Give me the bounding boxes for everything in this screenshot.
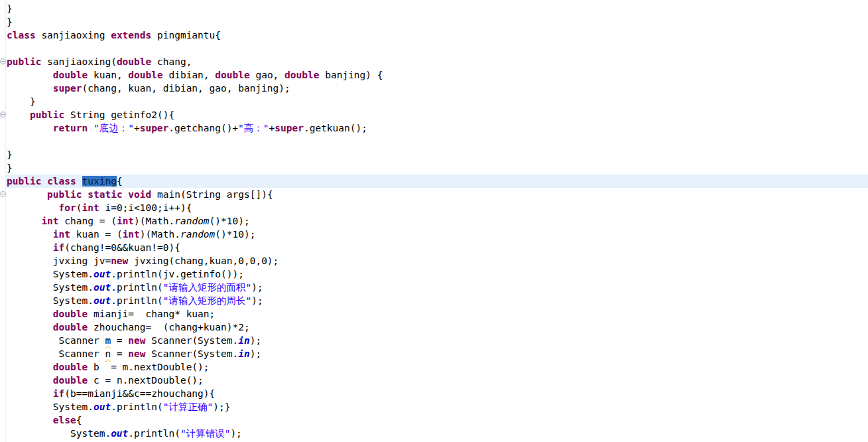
code-token: class [47,176,76,186]
selected-text: tuxing [82,176,117,186]
code-token: dibian, [163,70,216,80]
code-line[interactable]: double c = n.nextDouble(); [0,374,868,387]
code-token: random [180,229,215,240]
fold-collapse-icon[interactable] [0,58,6,64]
code-token: if [53,388,64,399]
code-token: double [53,309,88,319]
code-token: Scanner [7,348,105,359]
code-line[interactable]: double b = m.nextDouble(); [0,360,868,374]
code-token: else [53,415,76,425]
code-token [7,216,41,226]
code-line[interactable]: double kuan, double dibian, double gao, … [0,68,868,82]
code-line[interactable]: int kuan = (int)(Math.random()*10); [0,228,868,241]
code-token [7,242,53,253]
code-token: "计算错误" [180,428,230,439]
code-token: ()*10); [210,216,250,226]
code-line[interactable]: double mianji= chang* kuan; [0,307,868,321]
code-line[interactable] [0,135,868,148]
code-token: + [269,123,275,133]
code-token: "计算正确" [163,402,213,412]
code-token: double [53,70,88,80]
fold-collapse-icon[interactable] [0,191,6,197]
code-line[interactable]: Scanner m = new Scanner(System.in); [0,334,868,347]
code-token: ()*10); [215,229,255,240]
code-line[interactable]: class sanjiaoxing extends pingmiantu{ [0,29,868,42]
code-line[interactable] [0,42,868,55]
code-line[interactable]: return "底边："+super.getchang()+"高："+super… [0,121,868,135]
code-token: .println( [128,428,180,439]
code-line[interactable]: if(chang!=0&&kuan!=0){ [0,241,868,254]
code-token [7,202,59,213]
code-token [41,176,47,186]
code-token: { [76,415,82,425]
code-editor[interactable]: }}class sanjiaoxing extends pingmiantu{p… [0,0,868,442]
code-line[interactable]: } [0,2,868,15]
code-token [7,229,53,240]
code-token: kuan = ( [70,229,123,240]
code-token: ); [230,428,241,439]
fold-collapse-icon[interactable] [0,111,6,117]
code-token: "高：" [238,123,269,133]
code-token: out [93,282,111,293]
code-token: super [140,123,169,133]
code-token: mianji= chang* kuan; [88,309,215,319]
code-token: "请输入矩形的周长" [163,295,251,306]
code-token: { [117,176,123,186]
code-line[interactable]: if(b==mianji&&c==zhouchang){ [0,387,868,400]
code-token: out [93,402,111,412]
code-line[interactable]: } [0,95,868,108]
code-line[interactable]: System.out.println(jv.getinfo()); [0,267,868,281]
code-token: public [30,110,64,120]
code-token: double [284,70,319,80]
warning-underlined-token: m [105,335,111,346]
code-token: System. [7,269,93,279]
code-line[interactable]: public String getinfo2(){ [0,108,868,121]
code-line[interactable]: super(chang, kuan, dibian, gao, banjing)… [0,82,868,95]
code-line-current[interactable]: public class tuxing{ [0,175,868,188]
code-line[interactable]: for(int i=0;i<100;i++){ [0,201,868,214]
code-line[interactable]: System.out.println("请输入矩形的周长"); [0,294,868,307]
code-line[interactable]: Scanner n = new Scanner(System.in); [0,347,868,360]
warning-underlined-token: n [105,348,111,359]
code-token: } [7,163,13,173]
code-token: } [7,149,13,160]
code-line[interactable]: System.out.println("计算正确");} [0,400,868,413]
code-token: System. [7,295,93,306]
code-token: ); [251,282,263,293]
code-token: = [111,348,128,359]
code-token: out [111,428,128,439]
code-token: new [128,335,145,346]
code-line[interactable]: int chang = (int)(Math.random()*10); [0,214,868,228]
code-token: } [7,3,13,14]
code-token: i=0;i<100;i++){ [99,202,192,213]
code-token [7,189,47,200]
code-token: } [7,96,36,107]
code-token: System. [7,428,111,439]
code-token: out [93,295,111,306]
code-line[interactable]: public sanjiaoxing(double chang, [0,55,868,68]
code-token [7,362,53,372]
code-line[interactable]: System.out.println("计算错误"); [0,427,868,440]
code-token: chang = ( [59,216,117,226]
code-line[interactable]: double zhouchang= (chang+kuan)*2; [0,321,868,334]
code-token: );} [213,402,230,412]
code-line[interactable]: } [0,161,868,175]
code-token: out [93,269,111,279]
code-line[interactable]: jvxing jv=new jvxing(chang,kuan,0,0,0); [0,254,868,267]
code-token: gao, [250,70,284,80]
code-line[interactable]: System.out.println("请输入矩形的面积"); [0,281,868,294]
code-token: banjing) { [319,70,383,80]
code-lines: }}class sanjiaoxing extends pingmiantu{p… [0,2,868,440]
code-token: .println( [111,402,163,412]
code-token: )(Math. [140,229,180,240]
code-token [88,123,93,133]
code-line[interactable]: public static void main(String args[]){ [0,188,868,201]
code-token: static [88,189,122,200]
code-line[interactable]: else{ [0,413,868,427]
code-token: int [53,229,70,240]
code-line[interactable]: } [0,15,868,29]
code-line[interactable]: } [0,148,868,161]
code-token: )(Math. [134,216,174,226]
code-token: (b==mianji&&c==zhouchang){ [64,388,215,399]
code-token: public [47,189,82,200]
